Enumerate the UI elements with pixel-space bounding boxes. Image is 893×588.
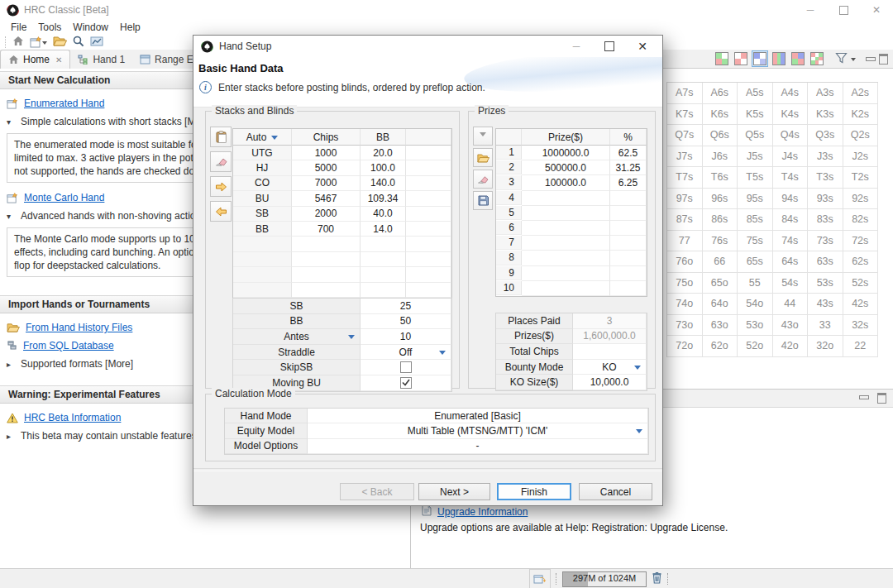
unchecked-checkbox[interactable] xyxy=(400,361,412,373)
hand-cell-82s[interactable]: 82s xyxy=(843,209,879,231)
stack-value-cell[interactable]: 40.0 xyxy=(361,207,406,222)
hand-cell-93s[interactable]: 93s xyxy=(808,189,843,210)
stack-value-cell[interactable]: 1000 xyxy=(292,146,361,160)
stack-value-cell[interactable] xyxy=(361,237,406,251)
heap-status-gauge[interactable]: 297M of 1024M xyxy=(562,571,647,587)
hand-cell-54o[interactable]: 54o xyxy=(738,294,773,315)
prize-amount-cell[interactable] xyxy=(522,191,610,206)
chart-tool-icon[interactable] xyxy=(90,36,103,49)
hand-cell-64o[interactable]: 64o xyxy=(703,294,738,315)
hand-cell-55[interactable]: 55 xyxy=(738,273,773,294)
prize-amount-cell[interactable] xyxy=(522,281,610,296)
prize-percent-cell[interactable] xyxy=(610,191,647,206)
setting-value-total-chips[interactable] xyxy=(573,344,647,360)
hand-cell-a5s[interactable]: A5s xyxy=(738,83,773,104)
hand-cell-72s[interactable]: 72s xyxy=(843,231,879,252)
hand-cell-42o[interactable]: 42o xyxy=(773,336,809,357)
search-icon[interactable] xyxy=(73,36,84,50)
hand-cell-62o[interactable]: 62o xyxy=(703,336,738,357)
stack-value-cell[interactable] xyxy=(406,252,451,267)
prize-amount-cell[interactable] xyxy=(522,266,610,281)
next-button[interactable]: Next > xyxy=(418,483,490,500)
stack-value-cell[interactable]: 100.0 xyxy=(361,160,406,175)
prize-amount-cell[interactable]: 500000.0 xyxy=(522,160,610,175)
hand-cell-65s[interactable]: 65s xyxy=(738,251,773,273)
back-button[interactable]: < Back xyxy=(340,483,414,500)
hand-cell-76s[interactable]: 76s xyxy=(703,231,738,252)
shift-stacks-left-button[interactable] xyxy=(210,201,232,222)
filter-icon[interactable] xyxy=(835,52,848,66)
hand-cell-52o[interactable]: 52o xyxy=(738,336,773,357)
prize-percent-cell[interactable]: 31.25 xyxy=(610,160,647,175)
setting-value-bounty-mode[interactable]: KO xyxy=(573,360,647,375)
save-prizes-button[interactable] xyxy=(473,191,493,210)
dropdown-arrow-icon[interactable] xyxy=(634,366,641,373)
prizes-dropdown-button[interactable] xyxy=(473,127,493,146)
setting-value-sb[interactable]: 25 xyxy=(361,299,451,314)
hand-cell-42s[interactable]: 42s xyxy=(843,294,879,315)
hand-cell-q7s[interactable]: Q7s xyxy=(667,125,703,146)
hand-cell-a6s[interactable]: A6s xyxy=(703,83,738,104)
position-cell[interactable] xyxy=(233,252,292,267)
stack-value-cell[interactable] xyxy=(406,191,451,206)
hand-cell-75o[interactable]: 75o xyxy=(667,273,703,294)
hand-cell-73o[interactable]: 73o xyxy=(667,315,703,337)
hand-cell-65o[interactable]: 65o xyxy=(703,273,738,294)
hand-cell-k7s[interactable]: K7s xyxy=(667,104,703,126)
prize-amount-cell[interactable] xyxy=(522,206,610,221)
stack-value-cell[interactable] xyxy=(406,207,451,222)
sidebar-link[interactable]: From Hand History Files xyxy=(26,322,132,333)
hand-cell-73s[interactable]: 73s xyxy=(808,231,843,252)
hand-cell-t4s[interactable]: T4s xyxy=(773,167,809,189)
hand-cell-k6s[interactable]: K6s xyxy=(703,104,738,126)
tab-home[interactable]: Home✕ xyxy=(0,50,70,69)
hand-cell-t5s[interactable]: T5s xyxy=(738,167,773,189)
stack-value-cell[interactable] xyxy=(292,283,361,298)
finish-button[interactable]: Finish xyxy=(497,483,571,500)
calc-value-hand-mode[interactable]: Enumerated [Basic] xyxy=(308,409,648,423)
prize-percent-cell[interactable] xyxy=(610,206,647,221)
hand-cell-j7s[interactable]: J7s xyxy=(667,146,703,168)
hand-cell-t6s[interactable]: T6s xyxy=(703,167,738,189)
range-view-stripes-icon[interactable] xyxy=(771,50,787,67)
hand-cell-43o[interactable]: 43o xyxy=(773,315,809,337)
tab-hand-1[interactable]: Hand 1 xyxy=(70,50,132,69)
hand-cell-q3s[interactable]: Q3s xyxy=(808,125,843,146)
filter-dropdown-icon[interactable] xyxy=(851,58,856,64)
hand-cell-k4s[interactable]: K4s xyxy=(773,104,809,126)
new-wizard-dropdown-icon[interactable] xyxy=(42,41,47,47)
stack-value-cell[interactable]: 5467 xyxy=(292,191,361,206)
hand-cell-32s[interactable]: 32s xyxy=(843,315,879,337)
hand-cell-83s[interactable]: 83s xyxy=(808,209,843,231)
upgrade-information-link[interactable]: Upgrade Information xyxy=(437,506,528,518)
stack-value-cell[interactable] xyxy=(406,160,451,175)
range-view-quadrants-5-icon[interactable] xyxy=(790,50,806,67)
menu-file[interactable]: File xyxy=(5,22,32,33)
stack-value-cell[interactable] xyxy=(361,283,406,298)
prize-percent-cell[interactable] xyxy=(610,266,647,281)
dialog-title-bar[interactable]: Hand Setup ─ ✕ xyxy=(193,36,662,57)
shift-stacks-right-button[interactable] xyxy=(210,176,232,197)
new-wizard-button[interactable] xyxy=(30,36,47,48)
hand-cell-63o[interactable]: 63o xyxy=(703,315,738,337)
home-toolbar-icon[interactable] xyxy=(12,36,24,49)
prize-percent-cell[interactable] xyxy=(610,236,647,251)
prize-percent-cell[interactable] xyxy=(610,281,647,296)
hand-cell-j6s[interactable]: J6s xyxy=(703,146,738,168)
hand-cell-74o[interactable]: 74o xyxy=(667,294,703,315)
hand-cell-j5s[interactable]: J5s xyxy=(738,146,773,168)
minimize-panel-icon[interactable] xyxy=(859,395,869,399)
hand-cell-66[interactable]: 66 xyxy=(703,251,738,273)
stack-value-cell[interactable]: 5000 xyxy=(292,160,361,175)
hand-cell-86s[interactable]: 86s xyxy=(703,209,738,231)
dialog-close-button[interactable]: ✕ xyxy=(626,36,659,57)
maximize-panel-icon[interactable] xyxy=(877,393,886,404)
stack-value-cell[interactable]: 140.0 xyxy=(361,176,406,191)
prize-percent-cell[interactable] xyxy=(610,221,647,236)
dialog-minimize-button[interactable]: ─ xyxy=(560,36,593,57)
tab-close-icon[interactable]: ✕ xyxy=(55,55,62,65)
setting-value-moving-bu[interactable] xyxy=(361,375,451,391)
position-cell[interactable]: BU xyxy=(233,191,292,206)
hand-cell-k5s[interactable]: K5s xyxy=(738,104,773,126)
hand-cell-84s[interactable]: 84s xyxy=(773,209,809,231)
